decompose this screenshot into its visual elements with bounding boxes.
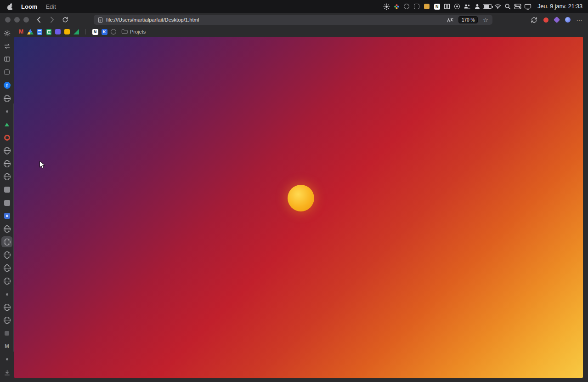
web-tab-icon[interactable] [0, 262, 14, 274]
translate-icon[interactable] [447, 17, 453, 23]
capture-icon[interactable] [412, 0, 422, 13]
sidebar-toggle-icon[interactable] [0, 53, 14, 66]
menubar-app-name[interactable]: Loom [21, 3, 37, 10]
sheets-favicon[interactable] [44, 27, 53, 37]
notion-icon[interactable]: N [432, 0, 442, 13]
minimize-button[interactable] [14, 17, 20, 23]
active-web-tab-icon[interactable] [0, 235, 14, 248]
browser-window: file:///Users/martialparfait/Desktop/1.h… [0, 13, 588, 382]
sun [288, 185, 314, 211]
slides-favicon[interactable] [62, 27, 72, 37]
reload-button[interactable] [61, 14, 70, 26]
workspace-app-icon[interactable] [0, 66, 14, 79]
web-tab-icon[interactable] [0, 301, 14, 314]
folder-icon [121, 28, 128, 36]
pinned-tab-icon[interactable] [0, 118, 14, 131]
more-button[interactable]: ⋯ [577, 17, 583, 23]
address-bar-actions: 170 % ☆ [447, 16, 488, 23]
colors-icon[interactable] [391, 0, 401, 13]
window-controls [0, 17, 29, 23]
drive-favicon[interactable] [26, 27, 35, 37]
bookmark-folder[interactable]: Projets [121, 28, 146, 36]
battery-icon[interactable] [482, 0, 492, 13]
web-tab-icon[interactable] [0, 274, 14, 287]
logo-tab-icon[interactable] [0, 131, 14, 144]
keynote-favicon[interactable]: K [100, 27, 109, 37]
menubar-right: N Jeu. 9 janv. 21:33 [381, 0, 588, 13]
web-tab-icon[interactable] [0, 170, 14, 183]
media-tab-icon[interactable] [0, 196, 14, 209]
apple-leaf [10, 3, 12, 6]
web-tab-icon[interactable] [0, 314, 14, 327]
address-bar[interactable]: file:///Users/martialparfait/Desktop/1.h… [94, 15, 492, 25]
back-button[interactable] [34, 14, 43, 26]
web-favicon[interactable] [109, 27, 118, 37]
nav-buttons [34, 14, 70, 26]
settings-icon[interactable] [0, 27, 14, 40]
maximize-button[interactable] [23, 17, 29, 23]
folder-label: Projets [130, 29, 146, 34]
apple-menu-icon[interactable] [7, 3, 13, 10]
launcher-icon[interactable] [422, 0, 432, 13]
web-tab-icon[interactable] [0, 249, 14, 262]
window-manager-icon[interactable] [442, 0, 452, 13]
wifi-icon[interactable] [492, 0, 503, 13]
spotlight-icon[interactable] [503, 0, 513, 13]
bookmark-favicons-secondary: NK [90, 27, 118, 37]
url-text[interactable]: file:///Users/martialparfait/Desktop/1.h… [106, 17, 199, 23]
menubar-status-icons: N [381, 0, 533, 13]
swap-tabs-icon[interactable] [0, 40, 14, 52]
display-icon[interactable] [523, 0, 533, 13]
app-tab-icon[interactable] [0, 209, 14, 222]
gmail-favicon[interactable]: M [17, 27, 26, 37]
close-button[interactable] [5, 17, 11, 23]
bookmark-star-icon[interactable]: ☆ [483, 17, 488, 23]
menubar-left: Loom Edit [0, 3, 56, 10]
analytics-favicon[interactable] [72, 27, 81, 37]
page-info-icon[interactable] [98, 17, 103, 23]
brightness-icon[interactable] [381, 0, 391, 13]
docs-favicon[interactable] [35, 27, 44, 37]
small-tab-icon[interactable] [0, 105, 14, 118]
web-tab-icon[interactable] [0, 157, 14, 170]
browser-toolbar: file:///Users/martialparfait/Desktop/1.h… [0, 13, 588, 27]
bookmarks-bar: M NK Projets [14, 27, 588, 37]
input-source-icon[interactable] [452, 0, 462, 13]
account-icon[interactable] [565, 17, 571, 23]
zoom-indicator[interactable]: 170 % [458, 16, 478, 23]
assistant-icon[interactable] [401, 0, 412, 13]
bookmarks-separator [85, 29, 86, 34]
tab-sidebar: fM [0, 27, 14, 382]
user-icon[interactable] [472, 0, 482, 13]
downloads-icon[interactable] [0, 366, 14, 379]
tab-list: fM [0, 27, 14, 379]
menubar: Loom Edit N Jeu. 9 janv. 21:33 [0, 0, 588, 13]
bookmark-favicons: M [17, 27, 81, 37]
control-center-icon[interactable] [513, 0, 523, 13]
small-tab-icon[interactable] [0, 353, 14, 366]
small-tab-icon[interactable] [0, 327, 14, 340]
calendar-favicon[interactable] [53, 27, 62, 37]
team-icon[interactable] [462, 0, 472, 13]
extension-red-icon[interactable] [543, 17, 548, 23]
sync-icon[interactable] [531, 17, 537, 23]
page-canvas [14, 37, 583, 378]
notion-favicon[interactable]: N [90, 27, 100, 37]
toolbar-extensions: ⋯ [531, 13, 583, 27]
forward-button[interactable] [47, 14, 57, 26]
media-tab-icon[interactable] [0, 183, 14, 196]
web-tab-icon[interactable] [0, 144, 14, 157]
web-tab-icon[interactable] [0, 222, 14, 235]
menubar-clock[interactable]: Jeu. 9 janv. 21:33 [537, 3, 582, 10]
facebook-tab-icon[interactable]: f [0, 79, 14, 92]
menubar-menu-edit[interactable]: Edit [45, 3, 56, 10]
web-tab-icon[interactable] [0, 92, 14, 105]
small-tab-icon[interactable] [0, 288, 14, 301]
m-tab-icon[interactable]: M [0, 340, 14, 353]
extension-purple-icon[interactable] [554, 17, 559, 22]
